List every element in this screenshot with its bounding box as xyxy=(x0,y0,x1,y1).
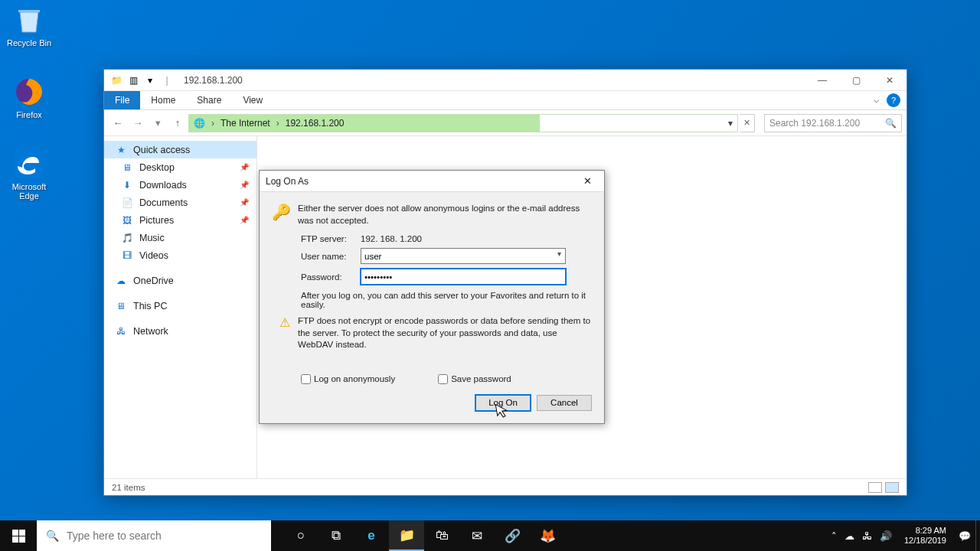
view-details-button[interactable] xyxy=(868,482,882,493)
desktop-icon-firefox[interactable]: Firefox xyxy=(2,77,57,119)
search-placeholder: Type here to search xyxy=(67,530,162,542)
taskbar-edge[interactable]: e xyxy=(354,520,389,551)
taskbar-store[interactable]: 🛍 xyxy=(424,520,459,551)
close-button[interactable]: ✕ xyxy=(873,70,906,91)
tray-notifications-icon[interactable]: 💬 xyxy=(959,530,971,542)
navigation-bar: ← → ▾ ↑ 🌐 › The Internet › 192.168.1.200… xyxy=(104,110,906,136)
start-button[interactable] xyxy=(0,520,37,551)
app-icon: 📁 xyxy=(110,74,122,86)
breadcrumb[interactable]: The Internet xyxy=(216,118,275,129)
taskbar-taskview[interactable]: ⧉ xyxy=(318,520,354,551)
sidebar-item-quick-access[interactable]: ★ Quick access xyxy=(104,141,256,158)
save-password-checkbox-input[interactable] xyxy=(438,374,448,384)
ribbon-tab-share[interactable]: Share xyxy=(186,91,232,109)
password-input[interactable] xyxy=(361,269,566,285)
address-bar[interactable]: 🌐 › The Internet › 192.168.1.200 ▾ xyxy=(188,114,738,132)
tray-volume-icon[interactable]: 🔊 xyxy=(880,530,892,542)
tray-network-icon[interactable]: 🖧 xyxy=(862,530,872,542)
network-icon: 🖧 xyxy=(115,325,127,337)
navigation-pane: ★ Quick access 🖥Desktop📌 ⬇Downloads📌 📄Do… xyxy=(104,136,257,478)
dialog-titlebar: Log On As ✕ xyxy=(260,171,604,192)
pin-icon: 📌 xyxy=(240,216,249,224)
sidebar-item-label: Network xyxy=(133,326,168,337)
show-desktop-button[interactable] xyxy=(975,520,980,551)
location-icon: 🌐 xyxy=(189,118,210,129)
password-label: Password: xyxy=(301,272,361,282)
recycle-bin-icon xyxy=(14,5,44,35)
warning-text: FTP does not encrypt or encode passwords… xyxy=(298,315,592,351)
sidebar-item-label: Pictures xyxy=(139,215,174,226)
desktop-icon-label: Firefox xyxy=(2,110,57,119)
forward-button[interactable]: → xyxy=(129,114,147,132)
taskbar-app[interactable]: 🔗 xyxy=(495,520,530,551)
svg-rect-2 xyxy=(12,530,18,536)
edge-icon xyxy=(14,148,44,179)
desktop-icon-label: Microsoft Edge xyxy=(2,182,57,201)
qat-properties-icon[interactable]: ▥ xyxy=(127,74,139,86)
music-icon: 🎵 xyxy=(121,232,133,244)
anonymous-checkbox[interactable]: Log on anonymously xyxy=(301,374,395,384)
cancel-button[interactable]: Cancel xyxy=(537,395,592,411)
svg-rect-4 xyxy=(12,536,18,543)
maximize-button[interactable]: ▢ xyxy=(839,70,873,91)
svg-rect-5 xyxy=(19,536,25,543)
key-icon: 🔑 xyxy=(272,203,298,221)
dialog-close-button[interactable]: ✕ xyxy=(577,174,598,189)
download-icon: ⬇ xyxy=(121,179,133,191)
recent-dropdown[interactable]: ▾ xyxy=(149,114,167,132)
sidebar-item-music[interactable]: 🎵Music xyxy=(104,229,256,246)
sidebar-item-this-pc[interactable]: 🖥This PC xyxy=(104,297,256,315)
search-input[interactable]: Search 192.168.1.200 🔍 xyxy=(764,114,902,132)
desktop-icon-edge[interactable]: Microsoft Edge xyxy=(2,148,57,201)
save-password-checkbox[interactable]: Save password xyxy=(438,374,511,384)
svg-rect-3 xyxy=(19,530,25,536)
taskbar: 🔍 Type here to search ○ ⧉ e 📁 🛍 ✉ 🔗 🦊 ˄ … xyxy=(0,520,980,551)
stop-refresh-button[interactable]: ✕ xyxy=(740,114,755,132)
qat-newfolder-icon[interactable]: ▾ xyxy=(144,74,156,86)
status-bar: 21 items xyxy=(104,478,906,495)
sidebar-item-network[interactable]: 🖧Network xyxy=(104,322,256,340)
taskbar-firefox[interactable]: 🦊 xyxy=(530,520,565,551)
address-dropdown-icon[interactable]: ▾ xyxy=(724,118,737,129)
chevron-right-icon: › xyxy=(210,118,216,129)
ribbon-tab-view[interactable]: View xyxy=(232,91,273,109)
back-button[interactable]: ← xyxy=(109,114,127,132)
sidebar-item-label: This PC xyxy=(133,301,167,311)
taskbar-search[interactable]: 🔍 Type here to search xyxy=(37,520,271,551)
firefox-icon xyxy=(14,77,44,107)
cloud-icon: ☁ xyxy=(115,275,127,287)
taskbar-cortana[interactable]: ○ xyxy=(283,520,318,551)
anonymous-checkbox-input[interactable] xyxy=(301,374,311,384)
sidebar-item-onedrive[interactable]: ☁OneDrive xyxy=(104,272,256,289)
desktop-icon: 🖥 xyxy=(121,161,133,174)
taskbar-explorer[interactable]: 📁 xyxy=(389,520,424,551)
desktop-icon-recycle-bin[interactable]: Recycle Bin xyxy=(2,5,57,47)
ribbon-tab-file[interactable]: File xyxy=(104,91,140,109)
help-icon[interactable]: ? xyxy=(887,93,900,107)
sidebar-item-documents[interactable]: 📄Documents📌 xyxy=(104,194,256,211)
sidebar-item-label: Downloads xyxy=(139,180,187,191)
sidebar-item-label: Desktop xyxy=(139,162,175,173)
ribbon-tab-home[interactable]: Home xyxy=(140,91,186,109)
sidebar-item-desktop[interactable]: 🖥Desktop📌 xyxy=(104,158,256,176)
minimize-button[interactable]: — xyxy=(805,70,839,91)
up-button[interactable]: ↑ xyxy=(168,114,187,132)
pc-icon: 🖥 xyxy=(115,300,127,312)
username-input[interactable] xyxy=(361,248,566,264)
sidebar-item-label: Music xyxy=(139,233,165,243)
tray-onedrive-icon[interactable]: ☁ xyxy=(844,530,854,542)
logon-dialog: Log On As ✕ 🔑 Either the server does not… xyxy=(259,170,605,424)
tray-chevron-icon[interactable]: ˄ xyxy=(831,530,837,542)
dialog-title: Log On As xyxy=(266,176,309,187)
sidebar-item-pictures[interactable]: 🖼Pictures📌 xyxy=(104,211,256,229)
sidebar-item-videos[interactable]: 🎞Videos xyxy=(104,246,256,264)
logon-button[interactable]: Log On xyxy=(475,395,531,411)
taskbar-mail[interactable]: ✉ xyxy=(459,520,495,551)
sidebar-item-downloads[interactable]: ⬇Downloads📌 xyxy=(104,176,256,194)
video-icon: 🎞 xyxy=(121,249,133,262)
status-item-count: 21 items xyxy=(112,483,145,492)
view-large-button[interactable] xyxy=(885,482,899,493)
ribbon-expand-icon[interactable]: ⌵ xyxy=(866,91,887,109)
tray-clock[interactable]: 8:29 AM 12/18/2019 xyxy=(900,526,951,545)
breadcrumb[interactable]: 192.168.1.200 xyxy=(281,118,349,129)
